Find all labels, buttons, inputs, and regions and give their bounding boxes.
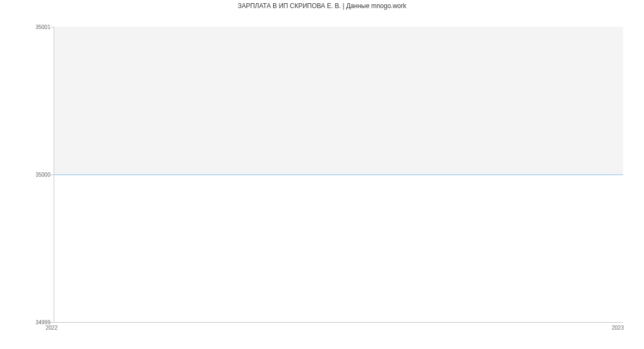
- y-axis-tick-label: 35000: [29, 172, 50, 178]
- y-axis-tick-label: 34999: [29, 319, 50, 325]
- y-axis-tick-label: 35001: [29, 24, 50, 30]
- x-axis-tick-label: 2022: [46, 325, 57, 331]
- plot-area: [54, 27, 623, 323]
- salary-chart: ЗАРПЛАТА В ИП СКРИПОВА Е. В. | Данные mn…: [0, 0, 644, 349]
- salary-series-line: [54, 174, 623, 175]
- alt-band: [54, 27, 623, 174]
- chart-title: ЗАРПЛАТА В ИП СКРИПОВА Е. В. | Данные mn…: [0, 2, 644, 10]
- x-axis-tick-label: 2023: [612, 325, 624, 331]
